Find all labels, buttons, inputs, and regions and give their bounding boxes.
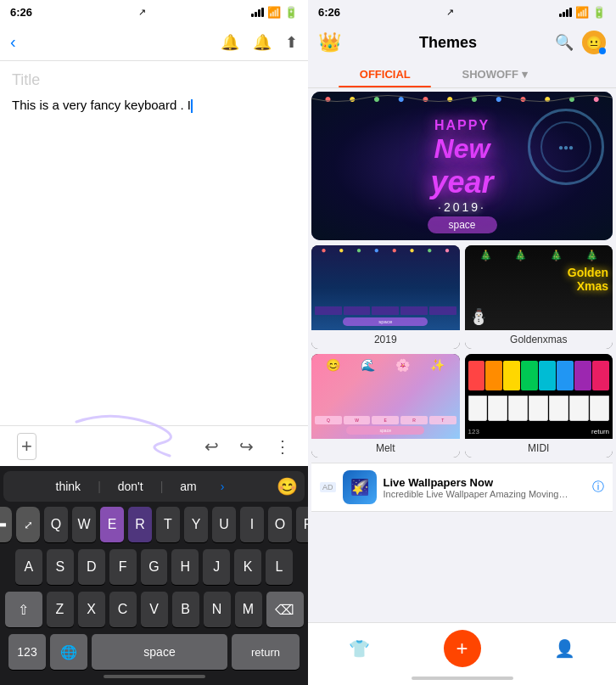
theme-card-midi[interactable]: return 123 MIDI — [465, 354, 613, 458]
key-row-3: ⇧ Z X C V B N M ⌫ — [3, 592, 305, 627]
text-cursor — [191, 99, 193, 113]
pw-1 — [468, 396, 488, 421]
key-l[interactable]: L — [266, 549, 293, 585]
ad-info-icon[interactable]: ⓘ — [592, 480, 604, 495]
pred-word-3[interactable]: am — [180, 480, 196, 493]
note-header-icons: 🔔 🔔 ⬆ — [221, 33, 298, 52]
share-icon[interactable]: ⬆ — [285, 33, 298, 52]
key-t[interactable]: T — [156, 507, 180, 542]
key-d[interactable]: D — [78, 549, 105, 585]
status-bar-right: 6:26 ↗ 📶 🔋 — [308, 0, 616, 24]
shift-key[interactable]: ⇧ — [5, 592, 42, 627]
key-g[interactable]: G — [141, 549, 168, 585]
key-x[interactable]: X — [78, 592, 105, 627]
key-m[interactable]: M — [235, 592, 262, 627]
key-c[interactable]: C — [109, 592, 137, 627]
key-v[interactable]: V — [141, 592, 168, 627]
plus-icon: + — [456, 637, 468, 660]
xmas-trees: 🎄 🎄 🎄 🎄 — [465, 250, 613, 261]
tree-4: 🎄 — [585, 250, 598, 261]
avatar-notification-dot — [599, 48, 606, 54]
theme-card-melt[interactable]: 😊 🌊 🌸 ✨ Q W E R T — [311, 354, 460, 458]
key-e[interactable]: E — [100, 507, 124, 542]
note-header: ‹ 🔔 🔔 ⬆ — [0, 24, 308, 61]
ad-label-text: AD — [320, 482, 336, 492]
redo-icon[interactable]: ↪ — [239, 436, 254, 457]
keyboard-area: think | don't | am › 😊 ⬅ ⤢ Q W E R T Y U… — [0, 466, 308, 685]
theme-card-goldenxmas[interactable]: 🎄 🎄 🎄 🎄 Golden Xmas ⛄ Goldenxmas — [465, 245, 613, 349]
back-button[interactable]: ‹ — [10, 32, 16, 52]
add-icon[interactable]: + — [17, 433, 36, 460]
pred-word-2[interactable]: don't — [118, 480, 143, 493]
xmas-text: Xmas — [568, 279, 608, 293]
return-key[interactable]: return — [232, 634, 300, 670]
pred-divider-1: | — [98, 480, 101, 493]
key-q[interactable]: Q — [44, 507, 68, 542]
tab-official[interactable]: OFFICIAL — [308, 61, 462, 87]
key-b[interactable]: B — [172, 592, 199, 627]
me-2: 🌊 — [361, 358, 375, 372]
midi-key-r — [468, 361, 485, 390]
avatar[interactable]: 😐 — [582, 31, 606, 54]
key-z[interactable]: Z — [47, 592, 74, 627]
expand-key[interactable]: ⤢ — [16, 507, 40, 542]
nav-item-add[interactable]: + — [411, 623, 513, 673]
theme-card-2019[interactable]: ● ● ● ● ● ● ● ● — [311, 245, 460, 349]
midi-key-b — [557, 361, 574, 390]
midi-key-g — [521, 361, 538, 390]
key-w[interactable]: W — [72, 507, 96, 542]
key-u[interactable]: U — [212, 507, 236, 542]
key-j[interactable]: J — [203, 549, 230, 585]
signal-bar-1 — [251, 14, 254, 17]
ad-title: Live Wallpapers Now — [384, 476, 585, 489]
reminder-icon[interactable]: 🔔 — [221, 33, 239, 52]
pred-word-1[interactable]: think — [56, 480, 81, 493]
melt-key-w: W — [344, 416, 371, 424]
key-o[interactable]: O — [268, 507, 292, 542]
golden-xmas-text: Golden Xmas — [568, 267, 608, 293]
emoji-button[interactable]: 😊 — [277, 476, 298, 497]
midi-key-o — [485, 361, 502, 390]
tab-showoff[interactable]: SHOWOFF ▾ — [462, 61, 617, 87]
themes-grid[interactable]: ● ● ● ● ● ● ● ● ● ● ● ● — [308, 88, 616, 622]
golden-text: Golden — [568, 267, 608, 279]
key-r[interactable]: R — [128, 507, 152, 542]
num-key[interactable]: 123 — [8, 634, 46, 670]
theme-row-2: 😊 🌊 🌸 ✨ Q W E R T — [311, 354, 613, 458]
more-options-icon[interactable]: ⋮ — [274, 436, 291, 457]
key-n[interactable]: N — [204, 592, 231, 627]
nav-item-profile[interactable]: 👤 — [513, 623, 616, 673]
mini-row-1 — [311, 306, 460, 315]
note-body[interactable]: This is a very fancy keyboard . I — [12, 96, 296, 115]
undo-icon[interactable]: ↩ — [204, 436, 219, 457]
melt-key-q: Q — [315, 416, 342, 424]
mk1 — [315, 306, 342, 315]
key-i[interactable]: I — [240, 507, 264, 542]
happy-text: HAPPY — [430, 118, 493, 133]
space-key[interactable]: space — [92, 634, 227, 670]
globe-key[interactable]: 🌐 — [50, 634, 87, 670]
key-h[interactable]: H — [171, 549, 199, 585]
signal-r-4 — [569, 8, 572, 17]
key-f[interactable]: F — [109, 549, 137, 585]
key-a[interactable]: A — [15, 549, 42, 585]
keyboard-back-key[interactable]: ⬅ — [0, 507, 12, 542]
add-button[interactable]: + — [444, 630, 481, 667]
right-panel: 6:26 ↗ 📶 🔋 👑 Themes 🔍 😐 OFFICIAL — [308, 0, 616, 685]
featured-theme-2019[interactable]: ● ● ● ● ● ● ● ● ● ● ● ● — [311, 92, 613, 240]
nav-item-shirt[interactable]: 👕 — [308, 623, 411, 673]
delete-key[interactable]: ⌫ — [266, 592, 304, 627]
pred-expand-arrow[interactable]: › — [221, 480, 225, 493]
search-icon[interactable]: 🔍 — [555, 33, 574, 52]
ad-banner[interactable]: AD 🌠 Live Wallpapers Now Incredible Live… — [311, 463, 613, 512]
note-toolbar: + ↩ ↪ ⋮ — [0, 425, 308, 466]
alert-icon[interactable]: 🔔 — [253, 33, 272, 52]
key-s[interactable]: S — [47, 549, 74, 585]
mk4 — [400, 306, 428, 315]
key-y[interactable]: Y — [184, 507, 208, 542]
signal-bar-3 — [258, 9, 260, 17]
key-k[interactable]: K — [234, 549, 261, 585]
midi-return-text: return — [591, 428, 609, 435]
pw-6 — [569, 396, 589, 421]
mk3 — [372, 306, 399, 315]
